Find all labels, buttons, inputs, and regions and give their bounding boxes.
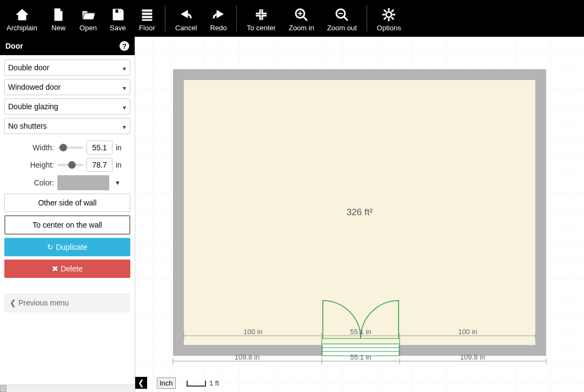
floor-button[interactable]: Floor [132, 0, 162, 37]
redo-button[interactable]: Redo [203, 0, 233, 37]
svg-text:109.8 in: 109.8 in [235, 353, 260, 361]
height-input[interactable] [87, 158, 112, 172]
main-toolbar: ArchiplainNewOpenSaveFloor CancelRedo To… [0, 0, 584, 37]
center-icon [254, 6, 268, 23]
floorplan-svg: 326 ft² 100 in 55.1 in 100 in 109.8 in 5… [135, 37, 584, 392]
svg-line-7 [303, 17, 307, 21]
svg-rect-2 [142, 10, 152, 11]
duplicate-button[interactable]: ↻ Duplicate [4, 238, 130, 256]
open-button[interactable]: Open [73, 0, 103, 37]
folder-icon [81, 6, 95, 23]
svg-line-18 [384, 10, 386, 12]
previous-menu-button[interactable]: ❮ Previous menu [4, 293, 130, 313]
retweet-icon: ↻ [47, 243, 56, 251]
delete-button[interactable]: ✖ Delete [4, 260, 130, 278]
room-area-label: 326 ft² [347, 207, 373, 217]
canvas-footer: Inch 1 ft [157, 377, 219, 389]
save-button[interactable]: Save [103, 0, 132, 37]
height-unit: in [116, 161, 122, 169]
undo-icon [179, 6, 193, 23]
options-button[interactable]: Options [370, 0, 408, 37]
svg-line-20 [391, 10, 394, 12]
svg-line-11 [344, 17, 348, 21]
panel-header: Door ? [0, 37, 135, 55]
svg-rect-3 [142, 13, 152, 15]
color-label: Color: [4, 178, 54, 187]
sidebar-collapse-button[interactable]: ❮ [135, 377, 147, 389]
zoom-out-button[interactable]: Zoom out [321, 0, 363, 37]
help-icon[interactable]: ? [120, 41, 129, 51]
svg-text:55.1 in: 55.1 in [350, 353, 371, 361]
cancel-button[interactable]: Cancel [169, 0, 203, 37]
height-label: Height: [4, 161, 54, 169]
height-slider[interactable] [57, 161, 83, 169]
shutters-select[interactable]: No shutters [4, 118, 130, 134]
svg-text:100 in: 100 in [458, 328, 477, 336]
scale-indicator: 1 ft [187, 379, 219, 387]
save-icon [111, 6, 125, 23]
svg-text:109.8 in: 109.8 in [460, 353, 485, 361]
svg-text:100 in: 100 in [243, 328, 262, 336]
gear-icon [382, 6, 396, 23]
glazing-select[interactable]: Double glazing [4, 98, 130, 115]
archiplain-button[interactable]: Archiplain [0, 0, 44, 37]
chevron-left-icon: ❮ [10, 298, 16, 307]
svg-line-19 [391, 17, 394, 19]
zoomin-icon [294, 6, 308, 23]
sidebar-scrollbar[interactable] [0, 384, 135, 392]
center-on-wall-button[interactable]: To center on the wall [4, 215, 130, 235]
svg-line-21 [384, 17, 386, 19]
width-slider[interactable] [57, 144, 83, 151]
panel-title: Door [5, 42, 23, 50]
home-icon [15, 6, 29, 23]
other-side-button[interactable]: Other side of wall [4, 194, 130, 212]
unit-select[interactable]: Inch [157, 377, 176, 389]
width-label: Width: [4, 143, 54, 152]
svg-rect-4 [142, 16, 152, 18]
chevron-down-icon[interactable]: ▼ [115, 180, 121, 186]
list-icon [140, 6, 154, 23]
properties-sidebar: Door ? Double door Windowed door Double … [0, 37, 135, 392]
door-feature-select[interactable]: Windowed door [4, 79, 130, 95]
svg-text:55.1 in: 55.1 in [350, 328, 371, 336]
zoomout-icon [335, 6, 349, 23]
to-center-button[interactable]: To center [240, 0, 282, 37]
door-type-select[interactable]: Double door [4, 59, 130, 76]
floorplan-canvas[interactable]: 326 ft² 100 in 55.1 in 100 in 109.8 in 5… [135, 37, 584, 392]
svg-point-13 [386, 12, 391, 17]
redo-icon [211, 6, 225, 23]
width-unit: in [116, 143, 122, 152]
width-input[interactable] [87, 141, 112, 155]
new-button[interactable]: New [44, 0, 73, 37]
zoom-in-button[interactable]: Zoom in [282, 0, 321, 37]
file-icon [51, 6, 65, 23]
close-icon: ✖ [52, 264, 61, 273]
svg-rect-1 [118, 10, 120, 12]
svg-rect-5 [142, 19, 152, 21]
color-swatch[interactable] [57, 175, 109, 190]
